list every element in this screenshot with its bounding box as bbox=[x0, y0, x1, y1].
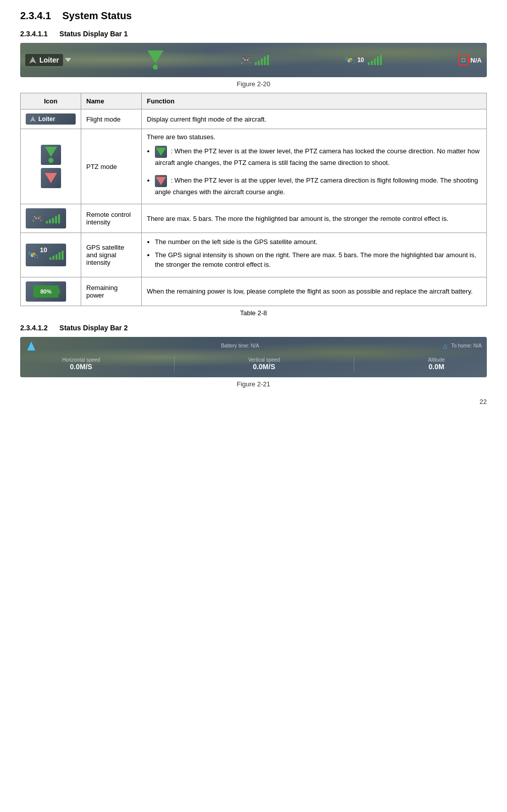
ptz-status-icon bbox=[147, 50, 163, 70]
icon-cell-flightmode: Loiter bbox=[21, 109, 81, 129]
name-cell-flightmode: Flight mode bbox=[81, 109, 142, 129]
loiter-label: Loiter bbox=[39, 56, 59, 64]
table-row: 80% Remaining power When the remaining p… bbox=[21, 277, 487, 306]
battery-na-display: □ N/A bbox=[458, 54, 482, 66]
name-cell-battery: Remaining power bbox=[81, 277, 142, 306]
horizontal-speed-display: Horizontal speed 0.0M/S bbox=[62, 357, 100, 371]
name-cell-ptz: PTZ mode bbox=[81, 129, 142, 204]
section-title: 2.3.4.1 System Status bbox=[20, 10, 487, 22]
name-cell-gps: GPS satellite and signal intensity bbox=[81, 233, 142, 277]
icon-table: Icon Name Function Loiter Flight mode Di… bbox=[20, 93, 487, 306]
table-row: PTZ mode There are two statuses. : When … bbox=[21, 129, 487, 204]
function-cell-ptz: There are two statuses. : When the PTZ l… bbox=[142, 129, 487, 204]
vertical-speed-display: Vertical speed 0.0M/S bbox=[248, 357, 280, 371]
altitude-display: Altitude 0.0M bbox=[428, 357, 444, 371]
battery-time-label: Battery time: N/A bbox=[221, 343, 259, 349]
icon-cell-gps: 🛰️ 10 bbox=[21, 233, 81, 277]
status-bar-2: Battery time: N/A ⌂ To home: N/A Horizon… bbox=[20, 337, 487, 377]
figure1-caption: Figure 2-20 bbox=[20, 80, 487, 88]
col-header-name: Name bbox=[81, 93, 142, 109]
subsection2-title: 2.3.4.1.2 Status Display Bar 2 bbox=[20, 324, 487, 332]
table-row: 🛰️ 10 GPS satellite and signal intensity… bbox=[21, 233, 487, 277]
icon-cell-remote: 🎮 bbox=[21, 204, 81, 233]
subsection1-title: 2.3.4.1.1 Status Display Bar 1 bbox=[20, 30, 487, 38]
function-cell-battery: When the remaining power is low, please … bbox=[142, 277, 487, 306]
figure2-caption: Figure 2-21 bbox=[20, 380, 487, 388]
remote-control-icon: 🎮 bbox=[240, 54, 269, 66]
icon-cell-battery: 80% bbox=[21, 277, 81, 306]
table-row: 🎮 Remote control intensity There are max… bbox=[21, 204, 487, 233]
icon-cell-ptz bbox=[21, 129, 81, 204]
col-header-function: Function bbox=[142, 93, 487, 109]
flight-mode-display: Loiter bbox=[25, 54, 71, 66]
function-cell-flightmode: Display current flight mode of the aircr… bbox=[142, 109, 487, 129]
table-caption: Table 2-8 bbox=[20, 309, 487, 317]
status-bar-1: Loiter 🎮 🛰️ 10 bbox=[20, 43, 487, 77]
function-cell-gps: The number on the left side is the GPS s… bbox=[142, 233, 487, 277]
name-cell-remote: Remote control intensity bbox=[81, 204, 142, 233]
gps-icon: 🛰️ 10 bbox=[345, 55, 381, 65]
function-cell-remote: There are max. 5 bars. The more the high… bbox=[142, 204, 487, 233]
page-number: 22 bbox=[20, 398, 487, 405]
table-row: Loiter Flight mode Display current fligh… bbox=[21, 109, 487, 129]
na-label: N/A bbox=[471, 56, 482, 64]
col-header-icon: Icon bbox=[21, 93, 81, 109]
to-home-label: To home: N/A bbox=[451, 343, 482, 349]
